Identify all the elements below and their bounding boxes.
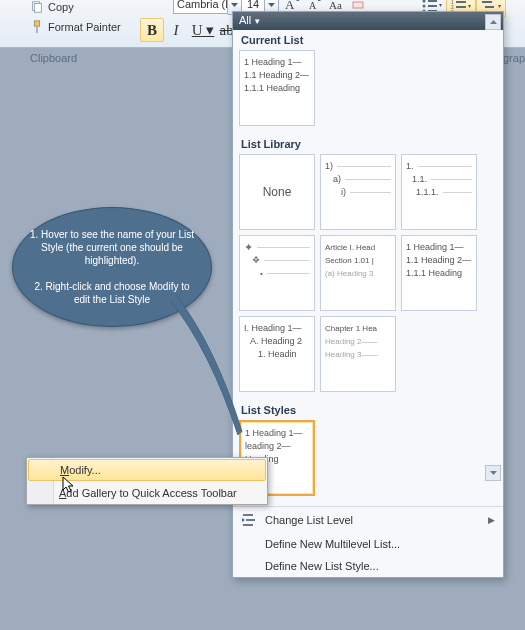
svg-rect-2 — [34, 21, 39, 26]
library-tile[interactable]: 1 Heading 1— 1.1 Heading 2— 1.1.1 Headin… — [401, 235, 477, 311]
svg-rect-9 — [428, 0, 437, 2]
change-list-level-menu[interactable]: Change List Level ▶ — [233, 507, 503, 533]
gallery-filter-all[interactable]: All▼ — [233, 12, 503, 30]
format-painter-button[interactable]: Format Painter — [30, 18, 121, 36]
svg-rect-11 — [428, 5, 437, 7]
filter-label: All — [239, 14, 251, 26]
tile-line: 1.1.1 Heading — [244, 82, 300, 95]
svg-rect-7 — [353, 2, 363, 8]
svg-rect-15 — [456, 1, 466, 3]
menu-label: Add Gallery to Quick Access Toolbar — [59, 487, 237, 499]
define-new-multilevel-menu[interactable]: Define New Multilevel List... — [233, 533, 503, 555]
font-name-combo[interactable]: Cambria (Headi — [173, 0, 228, 14]
library-tile-none[interactable]: None — [239, 154, 315, 230]
svg-rect-17 — [456, 6, 466, 8]
library-tile[interactable]: 1) a) i) — [320, 154, 396, 230]
menu-label: Change List Level — [265, 514, 353, 526]
indent-icon — [241, 512, 257, 528]
svg-text:Aa: Aa — [329, 0, 342, 11]
submenu-arrow-icon: ▶ — [488, 515, 495, 525]
paragraph-group-label: grap — [503, 52, 525, 64]
clipboard-group-label: Clipboard — [30, 52, 77, 64]
svg-rect-21 — [485, 6, 494, 8]
bold-button[interactable]: B — [140, 18, 164, 42]
callout-tail — [150, 290, 250, 450]
library-tile[interactable]: Chapter 1 Hea Heading 2—— Heading 3—— — [320, 316, 396, 392]
format-painter-label: Format Painter — [48, 21, 121, 33]
svg-point-10 — [423, 5, 426, 8]
svg-rect-1 — [34, 4, 41, 13]
svg-rect-25 — [243, 524, 253, 526]
menu-label: Define New Multilevel List... — [265, 538, 400, 550]
clipboard-group: Copy Format Painter — [30, 0, 121, 38]
scroll-down-button[interactable] — [485, 465, 501, 481]
paintbrush-icon — [30, 20, 44, 34]
library-tile[interactable]: Article I. Head Section 1.01 | (a) Headi… — [320, 235, 396, 311]
svg-rect-20 — [482, 1, 492, 3]
svg-rect-3 — [36, 26, 38, 33]
svg-text:A: A — [309, 0, 317, 11]
mouse-cursor-icon — [62, 476, 76, 494]
svg-point-8 — [423, 0, 426, 3]
library-tile[interactable]: I. Heading 1— A. Heading 2 1. Headin — [239, 316, 315, 392]
italic-button[interactable]: I — [164, 18, 188, 42]
underline-button[interactable]: U ▾ — [188, 18, 218, 42]
library-tile[interactable]: 1. 1.1. 1.1.1. — [401, 154, 477, 230]
define-new-list-style-menu[interactable]: Define New List Style... — [233, 555, 503, 577]
library-tile-bullets[interactable]: ✦ ❖ • — [239, 235, 315, 311]
svg-rect-23 — [243, 514, 253, 516]
tile-line: 1.1 Heading 2— — [244, 69, 309, 82]
current-list-header: Current List — [233, 30, 503, 50]
scroll-up-button[interactable] — [485, 14, 501, 30]
menu-label: Define New List Style... — [265, 560, 379, 572]
copy-icon — [30, 0, 44, 14]
svg-rect-24 — [246, 519, 255, 521]
current-list-tile[interactable]: 1 Heading 1— 1.1 Heading 2— 1.1.1 Headin… — [239, 50, 315, 126]
menu-label: Modify... — [60, 464, 101, 476]
list-styles-header: List Styles — [233, 400, 503, 420]
copy-button[interactable]: Copy — [30, 0, 121, 16]
tile-line: 1 Heading 1— — [244, 56, 302, 69]
list-library-header: List Library — [233, 134, 503, 154]
copy-label: Copy — [48, 1, 74, 13]
multilevel-list-gallery: All▼ Current List 1 Heading 1— 1.1 Headi… — [232, 11, 504, 578]
